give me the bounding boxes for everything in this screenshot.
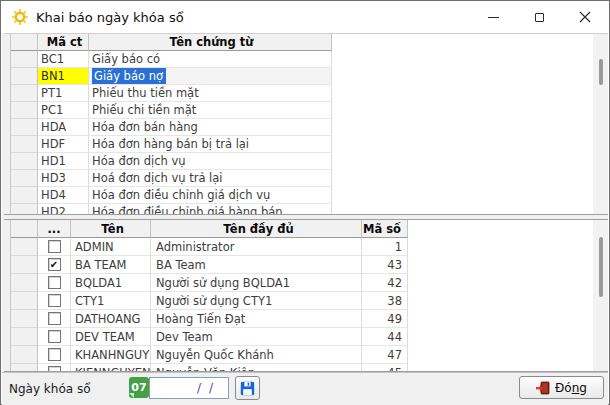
user-id-cell[interactable]: 47 xyxy=(362,346,408,364)
user-check-cell[interactable] xyxy=(38,310,71,328)
doc-row[interactable]: PC1 Phiếu chi tiền mặt xyxy=(11,102,332,119)
user-check-cell[interactable] xyxy=(38,346,71,364)
user-check-cell[interactable] xyxy=(38,328,71,346)
user-row[interactable]: BQLDA1 Người sử dụng BQLDA1 42 xyxy=(11,274,408,292)
user-col-header-id[interactable]: Mã số xyxy=(362,220,408,238)
user-name-cell[interactable]: DATHOANG xyxy=(71,310,151,328)
app-sun-icon xyxy=(12,9,28,25)
user-name-cell[interactable]: KIENNGUYEN xyxy=(71,364,151,372)
save-button[interactable] xyxy=(235,376,260,400)
doc-name-cell[interactable]: Hóa đơn điều chỉnh giá hàng bán xyxy=(89,204,332,215)
user-col-header-name[interactable]: Tên xyxy=(71,220,151,238)
user-check-cell[interactable] xyxy=(38,364,71,372)
doc-name-cell[interactable]: Giấy báo có xyxy=(89,51,332,68)
doc-code-cell[interactable]: PC1 xyxy=(38,102,89,119)
title-bar[interactable]: Khai báo ngày khóa sổ xyxy=(2,1,608,33)
user-id-cell[interactable]: 38 xyxy=(362,292,408,310)
doc-row[interactable]: HD1 Hóa đơn dịch vụ xyxy=(11,153,332,170)
selected-cell-text[interactable]: Giấy báo nợ xyxy=(92,68,166,85)
user-check-cell[interactable] xyxy=(38,238,71,256)
user-fullname-cell[interactable]: Hoàng Tiến Đạt xyxy=(151,310,362,328)
doc-code-cell[interactable]: HD1 xyxy=(38,153,89,170)
user-checkbox[interactable] xyxy=(48,240,61,253)
user-fullname-cell[interactable]: Nguyễn Văn Kiên xyxy=(151,364,362,372)
doc-row[interactable]: HDA Hóa đơn bán hàng xyxy=(11,119,332,136)
doc-col-header-name[interactable]: Tên chứng từ xyxy=(89,34,332,51)
maximize-button[interactable] xyxy=(516,1,562,33)
users-grid-scrollbar[interactable] xyxy=(593,220,608,371)
row-indicator xyxy=(11,292,38,310)
close-window-button[interactable] xyxy=(562,1,608,33)
user-id-cell[interactable]: 1 xyxy=(362,238,408,256)
doc-name-cell[interactable]: Hóa đơn bán hàng xyxy=(89,119,332,136)
doc-code-cell[interactable]: PT1 xyxy=(38,85,89,102)
minimize-button[interactable] xyxy=(470,1,516,33)
user-fullname-cell[interactable]: Người sử dụng BQLDA1 xyxy=(151,274,362,292)
user-row[interactable]: ✔ BA TEAM BA Team 43 xyxy=(11,256,408,274)
user-checkbox[interactable] xyxy=(48,348,61,361)
user-fullname-cell[interactable]: Dev Team xyxy=(151,328,362,346)
user-fullname-cell[interactable]: Người sử dụng CTY1 xyxy=(151,292,362,310)
user-fullname-cell[interactable]: BA Team xyxy=(151,256,362,274)
user-name-cell[interactable]: BQLDA1 xyxy=(71,274,151,292)
user-id-cell[interactable]: 43 xyxy=(362,256,408,274)
doc-code-cell[interactable]: HD4 xyxy=(38,187,89,204)
user-id-cell[interactable]: 44 xyxy=(362,328,408,346)
user-name-cell[interactable]: KHANHNGUY xyxy=(71,346,151,364)
day-badge[interactable]: 07 xyxy=(129,377,149,398)
doc-name-cell[interactable]: Phiếu chi tiền mặt xyxy=(89,102,332,119)
user-check-cell[interactable] xyxy=(38,292,71,310)
row-indicator xyxy=(11,238,38,256)
user-name-cell[interactable]: BA TEAM xyxy=(71,256,151,274)
doc-name-cell[interactable]: Hoá đơn dịch vụ trả lại xyxy=(89,170,332,187)
user-checkbox[interactable] xyxy=(48,276,61,289)
doc-name-cell[interactable]: Hóa đơn hàng bán bị trả lại xyxy=(89,136,332,153)
doc-code-cell[interactable]: BC1 xyxy=(38,51,89,68)
row-indicator xyxy=(11,170,38,187)
user-name-cell[interactable]: ADMIN xyxy=(71,238,151,256)
doc-row[interactable]: HD4 Hóa đơn điều chỉnh giá dịch vụ xyxy=(11,187,332,204)
doc-code-cell[interactable]: HD3 xyxy=(38,170,89,187)
user-id-cell[interactable]: 42 xyxy=(362,274,408,292)
doc-code-cell-selected[interactable]: BN1 xyxy=(38,68,89,85)
user-col-header-check[interactable]: ... xyxy=(38,220,71,238)
user-row[interactable]: CTY1 Người sử dụng CTY1 38 xyxy=(11,292,408,310)
user-fullname-cell[interactable]: Administrator xyxy=(151,238,362,256)
user-row[interactable]: ADMIN Administrator 1 xyxy=(11,238,408,256)
doc-code-cell[interactable]: HDA xyxy=(38,119,89,136)
user-row-clipped[interactable]: KIENNGUYEN Nguyễn Văn Kiên 45 xyxy=(11,364,408,372)
user-row[interactable]: KHANHNGUY Nguyễn Quốc Khánh 47 xyxy=(11,346,408,364)
doc-code-cell[interactable]: HD2 xyxy=(38,204,89,215)
user-checkbox-checked[interactable]: ✔ xyxy=(48,258,61,271)
user-name-cell[interactable]: CTY1 xyxy=(71,292,151,310)
user-checkbox[interactable] xyxy=(48,312,61,325)
doc-name-cell[interactable]: Phiếu thu tiền mặt xyxy=(89,85,332,102)
close-dialog-button[interactable]: Đóng xyxy=(519,376,604,399)
users-grid-scroll-thumb[interactable] xyxy=(599,237,603,297)
user-name-cell[interactable]: DEV TEAM xyxy=(71,328,151,346)
user-id-cell[interactable]: 45 xyxy=(362,364,408,372)
doc-grid-scrollbar[interactable] xyxy=(593,34,608,214)
doc-row[interactable]: BC1 Giấy báo có xyxy=(11,51,332,68)
user-fullname-cell[interactable]: Nguyễn Quốc Khánh xyxy=(151,346,362,364)
user-checkbox[interactable] xyxy=(48,330,61,343)
user-id-cell[interactable]: 49 xyxy=(362,310,408,328)
user-checkbox[interactable] xyxy=(48,294,61,307)
user-row[interactable]: DATHOANG Hoàng Tiến Đạt 49 xyxy=(11,310,408,328)
user-row[interactable]: DEV TEAM Dev Team 44 xyxy=(11,328,408,346)
doc-name-cell[interactable]: Hóa đơn điều chỉnh giá dịch vụ xyxy=(89,187,332,204)
doc-grid-scroll-thumb[interactable] xyxy=(599,59,603,85)
user-check-cell[interactable] xyxy=(38,274,71,292)
user-col-header-fullname[interactable]: Tên đầy đủ xyxy=(151,220,362,238)
doc-col-header-code[interactable]: Mã ct xyxy=(38,34,89,51)
doc-row[interactable]: HD3 Hoá đơn dịch vụ trả lại xyxy=(11,170,332,187)
doc-name-cell-selected[interactable]: Giấy báo nợ xyxy=(89,68,332,85)
doc-row[interactable]: HDF Hóa đơn hàng bán bị trả lại xyxy=(11,136,332,153)
doc-row-selected[interactable]: BN1 Giấy báo nợ xyxy=(11,68,332,85)
user-check-cell[interactable]: ✔ xyxy=(38,256,71,274)
doc-name-cell[interactable]: Hóa đơn dịch vụ xyxy=(89,153,332,170)
closing-date-input[interactable]: / / xyxy=(149,377,229,399)
doc-row[interactable]: PT1 Phiếu thu tiền mặt xyxy=(11,85,332,102)
doc-row-clipped[interactable]: HD2 Hóa đơn điều chỉnh giá hàng bán xyxy=(11,204,332,215)
doc-code-cell[interactable]: HDF xyxy=(38,136,89,153)
